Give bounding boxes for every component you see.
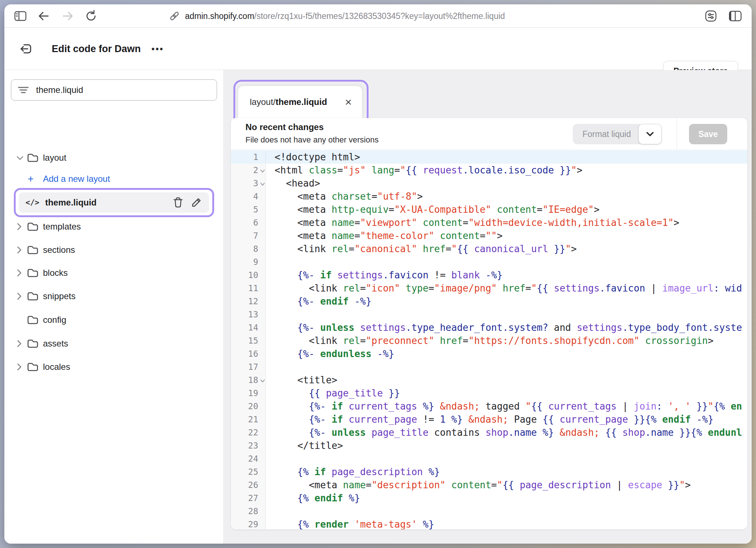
code-line[interactable]: 1<!doctype html> bbox=[231, 150, 747, 164]
code-line[interactable]: 10 {%- if settings.favicon != blank -%} bbox=[231, 269, 747, 282]
code-text bbox=[266, 505, 747, 518]
line-number: 23 bbox=[231, 439, 266, 452]
code-line[interactable]: 20 {%- if current_tags %} &ndash; tagged… bbox=[231, 400, 747, 413]
line-number: 21 bbox=[231, 413, 266, 426]
rename-file-icon[interactable] bbox=[190, 196, 202, 209]
file-search[interactable] bbox=[11, 79, 217, 101]
sidebar-item-locales[interactable]: locales bbox=[4, 358, 223, 376]
fold-arrow-icon[interactable] bbox=[260, 180, 265, 187]
code-line[interactable]: 21 {%- if current_page != 1 %} &ndash; P… bbox=[231, 413, 747, 426]
tab-label: layout/theme.liquid bbox=[250, 97, 327, 107]
code-line[interactable]: 15 <link rel="preconnect" href="https://… bbox=[231, 334, 747, 347]
fold-arrow-icon[interactable] bbox=[260, 167, 265, 174]
back-icon[interactable] bbox=[38, 11, 50, 21]
sidebar-item-layout[interactable]: layout bbox=[4, 149, 223, 167]
code-line[interactable]: 11 <link rel="icon" type="image/png" hre… bbox=[231, 282, 747, 295]
code-line[interactable]: 26 <meta name="description" content="{{ … bbox=[231, 478, 747, 492]
folder-icon bbox=[27, 268, 39, 278]
code-line[interactable]: 5 <meta http-equiv="X-UA-Compatible" con… bbox=[231, 203, 747, 216]
code-text: {%- endunless -%} bbox=[266, 347, 747, 360]
code-line[interactable]: 14 {%- unless settings.type_header_font.… bbox=[231, 321, 747, 334]
code-line[interactable]: 24 bbox=[231, 452, 747, 465]
sidebar-toggle-icon[interactable] bbox=[14, 10, 27, 22]
overflow-menu-icon[interactable]: ••• bbox=[151, 44, 164, 54]
code-editor[interactable]: 1<!doctype html>2<html class="js" lang="… bbox=[231, 150, 747, 529]
code-line[interactable]: 28 bbox=[231, 505, 747, 518]
line-number: 9 bbox=[231, 255, 266, 269]
code-line[interactable]: 19 {{ page_title }} bbox=[231, 387, 747, 400]
code-line[interactable]: 17 bbox=[231, 360, 747, 373]
code-line[interactable]: 27 {% endif %} bbox=[231, 492, 747, 505]
code-text: <meta name="theme-color" content=""> bbox=[266, 229, 747, 242]
code-line[interactable]: 18 <title> bbox=[231, 373, 747, 387]
line-number: 4 bbox=[231, 190, 266, 203]
code-line[interactable]: 2<html class="js" lang="{{ request.local… bbox=[231, 164, 747, 177]
chevron-down-icon[interactable] bbox=[16, 155, 24, 161]
line-number: 6 bbox=[231, 216, 266, 229]
code-line[interactable]: 23 </title> bbox=[231, 439, 747, 452]
line-number: 7 bbox=[231, 229, 266, 242]
line-number: 27 bbox=[231, 492, 266, 505]
address-bar[interactable]: admin.shopify.com/store/rzq1xu-f5/themes… bbox=[169, 4, 505, 28]
code-line[interactable]: 7 <meta name="theme-color" content=""> bbox=[231, 229, 747, 242]
code-text: <link rel="canonical" href="{{ canonical… bbox=[266, 242, 747, 255]
forward-icon[interactable] bbox=[62, 11, 74, 21]
chevron-right-icon[interactable] bbox=[16, 363, 24, 371]
code-text: {%- if settings.favicon != blank -%} bbox=[266, 269, 747, 282]
code-text: {%- endif -%} bbox=[266, 295, 747, 308]
folder-icon bbox=[27, 222, 39, 232]
close-icon[interactable]: × bbox=[345, 96, 352, 108]
chevron-right-icon[interactable] bbox=[16, 246, 24, 254]
sidebar-item-snippets[interactable]: snippets bbox=[4, 287, 223, 305]
code-text: <meta name="description" content="{{ pag… bbox=[266, 478, 747, 492]
chevron-right-icon[interactable] bbox=[16, 292, 24, 300]
code-line[interactable]: 6 <meta name="viewport" content="width=d… bbox=[231, 216, 747, 229]
line-number: 10 bbox=[231, 269, 266, 282]
line-number: 3 bbox=[231, 177, 266, 190]
code-line[interactable]: 9 bbox=[231, 255, 747, 269]
code-text bbox=[266, 360, 747, 373]
fold-arrow-icon[interactable] bbox=[260, 377, 265, 384]
sidebar-item-assets[interactable]: assets bbox=[4, 335, 223, 352]
format-dropdown-button[interactable] bbox=[638, 124, 662, 144]
tab-theme-liquid[interactable]: layout/theme.liquid × bbox=[238, 86, 362, 118]
code-line[interactable]: 8 <link rel="canonical" href="{{ canonic… bbox=[231, 242, 747, 255]
line-number: 25 bbox=[231, 465, 266, 478]
sidebar-item-theme-liquid[interactable]: </>theme.liquid bbox=[19, 192, 209, 213]
page-settings-icon[interactable] bbox=[704, 9, 717, 23]
sidebar-item-config[interactable]: config bbox=[4, 311, 223, 329]
delete-file-icon[interactable] bbox=[172, 196, 184, 209]
code-line[interactable]: 22 {%- unless page_title contains shop.n… bbox=[231, 426, 747, 439]
sidebar-item-sections[interactable]: sections bbox=[4, 241, 223, 259]
line-number: 13 bbox=[231, 308, 266, 321]
sidebar-item-templates[interactable]: templates bbox=[4, 218, 223, 235]
line-number: 17 bbox=[231, 360, 266, 373]
save-button[interactable]: Save bbox=[689, 124, 727, 144]
selected-file-highlight-ring: </>theme.liquid bbox=[14, 188, 214, 217]
code-text: {% if page_description %} bbox=[266, 465, 747, 478]
code-file-icon: </> bbox=[25, 198, 39, 207]
code-line[interactable]: 3 <head> bbox=[231, 177, 747, 190]
line-number: 12 bbox=[231, 295, 266, 308]
code-line[interactable]: 4 <meta charset="utf-8"> bbox=[231, 190, 747, 203]
chevron-right-icon[interactable] bbox=[16, 223, 24, 231]
browser-toolbar: admin.shopify.com/store/rzq1xu-f5/themes… bbox=[4, 4, 752, 28]
folder-icon bbox=[27, 245, 39, 255]
code-text: {{ page_title }} bbox=[266, 387, 747, 400]
code-line[interactable]: 12 {%- endif -%} bbox=[231, 295, 747, 308]
code-line[interactable]: 29 {% render 'meta-tags' %} bbox=[231, 518, 747, 529]
reload-icon[interactable] bbox=[85, 10, 97, 22]
code-line[interactable]: 16 {%- endunless -%} bbox=[231, 347, 747, 360]
chevron-right-icon[interactable] bbox=[16, 269, 24, 277]
chevron-right-icon[interactable] bbox=[16, 340, 24, 348]
line-number: 8 bbox=[231, 242, 266, 255]
exit-icon[interactable] bbox=[19, 42, 34, 56]
sidebar-item-blocks[interactable]: blocks bbox=[4, 264, 223, 282]
code-line[interactable]: 13 bbox=[231, 308, 747, 321]
line-number: 24 bbox=[231, 452, 266, 465]
split-view-icon[interactable] bbox=[728, 10, 742, 22]
add-new-layout-link[interactable]: +Add a new layout bbox=[4, 170, 223, 188]
code-line[interactable]: 25 {% if page_description %} bbox=[231, 465, 747, 478]
search-input[interactable] bbox=[36, 85, 210, 95]
format-liquid-label[interactable]: Format liquid bbox=[573, 124, 641, 144]
